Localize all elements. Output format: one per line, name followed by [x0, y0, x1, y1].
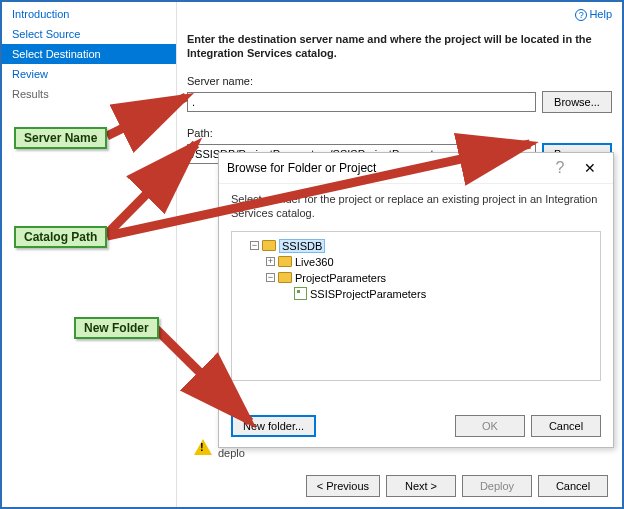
- instruction-text: Enter the destination server name and wh…: [187, 32, 602, 61]
- expand-icon[interactable]: +: [266, 257, 275, 266]
- warning-text: deplo: [218, 447, 245, 459]
- browse-dialog: Browse for Folder or Project ? ✕ Select …: [218, 152, 614, 448]
- collapse-icon[interactable]: −: [266, 273, 275, 282]
- tree-node[interactable]: + Live360: [238, 254, 594, 270]
- tree-label: ProjectParameters: [295, 272, 386, 284]
- dialog-message: Select a folder for the project or repla…: [231, 192, 601, 221]
- collapse-icon[interactable]: −: [250, 241, 259, 250]
- wizard-sidebar: Introduction Select Source Select Destin…: [2, 2, 177, 507]
- folder-icon: [278, 256, 292, 267]
- previous-button[interactable]: < Previous: [306, 475, 380, 497]
- dialog-title: Browse for Folder or Project: [227, 161, 545, 175]
- next-button[interactable]: Next >: [386, 475, 456, 497]
- server-name-input[interactable]: [187, 92, 536, 112]
- server-browse-button[interactable]: Browse...: [542, 91, 612, 113]
- ok-button: OK: [455, 415, 525, 437]
- tree-node-root[interactable]: − SSISDB: [238, 238, 594, 254]
- path-label: Path:: [187, 127, 612, 139]
- tree-node[interactable]: SSISProjectParameters: [238, 286, 594, 302]
- tree-node[interactable]: − ProjectParameters: [238, 270, 594, 286]
- annotation-new-folder: New Folder: [74, 317, 159, 339]
- server-name-label: Server name:: [187, 75, 612, 87]
- sidebar-item-select-source[interactable]: Select Source: [2, 24, 176, 44]
- package-icon: [294, 287, 307, 300]
- sidebar-item-introduction[interactable]: Introduction: [2, 4, 176, 24]
- sidebar-item-results[interactable]: Results: [2, 84, 176, 104]
- cancel-button[interactable]: Cancel: [538, 475, 608, 497]
- close-icon[interactable]: ✕: [575, 160, 605, 176]
- warning-icon: [194, 439, 212, 455]
- folder-icon: [278, 272, 292, 283]
- help-icon: ?: [575, 9, 587, 21]
- tree-label-root: SSISDB: [279, 239, 325, 253]
- new-folder-button[interactable]: New folder...: [231, 415, 316, 437]
- sidebar-item-review[interactable]: Review: [2, 64, 176, 84]
- dialog-cancel-button[interactable]: Cancel: [531, 415, 601, 437]
- wizard-footer: < Previous Next > Deploy Cancel: [306, 475, 608, 497]
- dialog-help-icon[interactable]: ?: [545, 159, 575, 177]
- help-link[interactable]: ?Help: [575, 8, 612, 21]
- folder-tree[interactable]: − SSISDB + Live360 − ProjectParameters S…: [231, 231, 601, 381]
- annotation-server-name: Server Name: [14, 127, 107, 149]
- tree-label: SSISProjectParameters: [310, 288, 426, 300]
- help-label: Help: [589, 8, 612, 20]
- annotation-catalog-path: Catalog Path: [14, 226, 107, 248]
- sidebar-item-select-destination[interactable]: Select Destination: [2, 44, 176, 64]
- tree-label: Live360: [295, 256, 334, 268]
- folder-icon: [262, 240, 276, 251]
- deploy-button: Deploy: [462, 475, 532, 497]
